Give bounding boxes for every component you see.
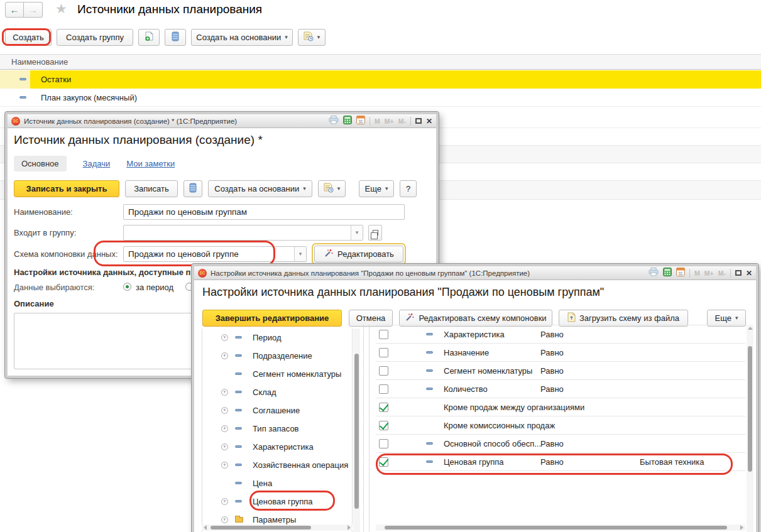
tree-item-price-group[interactable]: Ценовая группа [202,492,352,511]
condition-row[interactable]: Характеристика Равно [376,325,745,344]
window-titlebar[interactable]: 1С Настройки источника данных планирован… [194,266,756,280]
tree-item[interactable]: Сегмент номенклатуры [202,365,352,383]
scroll-right-icon[interactable] [740,525,743,530]
checkbox[interactable] [379,421,388,430]
dropdown-button[interactable]: ▾ [294,247,306,261]
maximize-icon[interactable] [415,118,422,124]
condition-row-price-group[interactable]: Ценовая группа Равно Бытовая техника [376,453,745,471]
panel-splitter[interactable] [363,325,370,532]
more-button[interactable]: Еще ▾ [707,310,746,327]
tree-item[interactable]: Подразделение [202,347,352,365]
condition-row[interactable]: Сегмент номенклатуры Равно [376,362,745,380]
expand-icon[interactable] [221,443,228,450]
tree-horizontal-scrollbar[interactable] [202,524,353,531]
condition-row[interactable]: Кроме комиссионных продаж [376,416,745,435]
table-row[interactable]: План закупок (месячный) [0,89,761,107]
conditions-horizontal-scrollbar[interactable] [376,524,745,531]
schema-field[interactable]: Продажи по ценовой группе ▾ [123,246,307,262]
expand-icon[interactable] [221,407,228,414]
maximize-icon[interactable] [735,270,742,276]
tree-item[interactable]: Характеристика [202,438,352,456]
memory-minus-icon[interactable]: M- [398,117,406,125]
tab-my-notes[interactable]: Мои заметки [126,159,175,168]
memory-icon[interactable]: M [375,117,380,125]
expand-icon[interactable] [221,516,228,523]
checkbox[interactable] [379,366,388,376]
tree-item[interactable]: Цена [202,474,352,492]
condition-row[interactable]: Кроме продаж между организациями [376,398,745,416]
calculator-icon[interactable] [343,116,352,126]
window-titlebar[interactable]: 1С Источник данных планирования (создани… [8,114,436,128]
checkbox[interactable] [379,403,388,412]
tab-main[interactable]: Основное [14,156,67,171]
checkbox[interactable] [379,330,388,339]
create-group-button[interactable]: Создать группу [57,29,133,46]
open-group-button[interactable] [368,225,382,241]
copy-button[interactable] [165,29,186,46]
favorite-star-icon[interactable]: ★ [55,1,67,16]
cancel-button[interactable]: Отмена [349,310,393,327]
create-button[interactable]: Создать [5,29,52,46]
tab-tasks[interactable]: Задачи [83,159,111,168]
close-icon[interactable]: ✕ [746,269,752,278]
dropdown-button[interactable]: ▾ [351,225,363,240]
condition-row[interactable]: Назначение Равно [376,344,745,362]
radio-for-period[interactable] [123,283,131,291]
tree-item[interactable]: Период [202,328,352,347]
tree-item[interactable]: Тип запасов [202,420,352,438]
scroll-up-icon[interactable] [748,327,753,330]
finish-editing-button[interactable]: Завершить редактирование [202,310,342,327]
help-button[interactable]: ? [400,180,417,197]
forward-button[interactable]: → [24,2,43,18]
new-document-button[interactable] [138,29,160,46]
radio-for-period-label[interactable]: за период [136,283,173,292]
calculator-icon[interactable] [663,268,672,278]
save-button[interactable]: Записать [125,180,178,197]
checkbox[interactable] [379,348,388,357]
close-icon[interactable]: ✕ [426,117,432,126]
memory-icon[interactable]: M [694,269,700,277]
edit-composition-schema-button[interactable]: Редактировать схему компоновки [399,310,552,327]
edit-schema-button[interactable]: Редактировать [314,246,403,263]
tree-item[interactable]: Хозяйственная операция [202,456,352,474]
checkbox[interactable] [379,457,388,467]
scroll-right-icon[interactable] [348,525,351,530]
scroll-left-icon[interactable] [204,525,207,530]
back-button[interactable]: ← [5,2,24,18]
expand-icon[interactable] [221,352,228,359]
print-icon[interactable] [329,116,339,126]
more-button[interactable]: Еще ▾ [359,180,394,197]
tree-item[interactable]: Соглашение [202,401,352,420]
group-field[interactable]: ▾ [123,225,363,241]
memory-minus-icon[interactable]: M- [718,269,726,277]
expand-icon[interactable] [221,389,228,396]
tree-vertical-scrollbar[interactable] [353,328,360,532]
copy-button[interactable] [183,180,202,197]
load-schema-button[interactable]: Загрузить схему из файла [559,310,688,327]
expand-icon[interactable] [221,334,228,341]
checkbox[interactable] [379,384,388,394]
expand-icon[interactable] [221,425,228,432]
settings-dialog-window: 1С Настройки источника данных планирован… [192,264,758,532]
memory-plus-icon[interactable]: M+ [385,117,394,125]
memory-plus-icon[interactable]: M+ [704,269,714,277]
checkbox[interactable] [379,439,388,448]
expand-icon[interactable] [221,462,228,469]
reports-button[interactable]: ▾ [298,29,326,46]
condition-row[interactable]: Основной способ обесп... Равно [376,435,745,453]
condition-row[interactable]: Количество Равно [376,380,745,398]
create-based-on-button[interactable]: Создать на основании ▾ [208,180,312,197]
condition-name: Ценовая группа [444,457,504,467]
calendar-icon[interactable]: 31 [676,268,685,278]
column-header-name[interactable]: Наименование [11,57,68,67]
save-and-close-button[interactable]: Записать и закрыть [14,180,119,197]
table-row[interactable]: Остатки [0,70,761,89]
reports-button[interactable]: ▾ [318,180,346,197]
name-field[interactable]: Продажи по ценовым группам [123,204,405,220]
expand-icon[interactable] [221,498,228,505]
create-based-on-button[interactable]: Создать на основании ▾ [191,29,293,46]
calendar-icon[interactable]: 31 [356,116,365,126]
print-icon[interactable] [649,268,659,278]
tree-item[interactable]: Склад [202,383,352,401]
conditions-vertical-scrollbar[interactable] [747,325,753,532]
